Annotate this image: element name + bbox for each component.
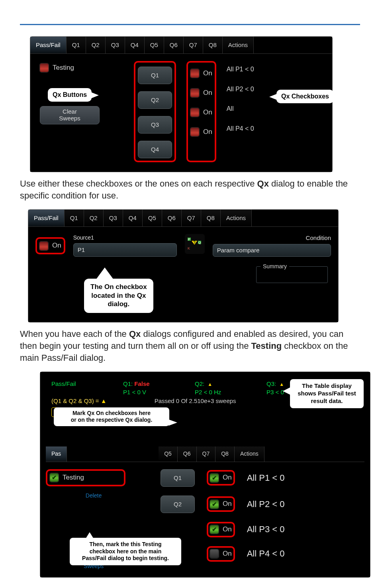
callout-qx-buttons: Qx Buttons	[48, 88, 92, 102]
q4-button[interactable]: Q4	[138, 141, 172, 158]
tab-q3[interactable]: Q3	[104, 210, 123, 226]
tab-actions[interactable]: Actions	[221, 210, 252, 226]
figure-qx-dialog-on-checkbox: Pass/Fail Q1 Q2 Q3 Q4 Q5 Q6 Q7 Q8 Action…	[28, 209, 339, 323]
figure-passfail-main-overview: Pass/Fail Q1 Q2 Q3 Q4 Q5 Q6 Q7 Q8 Action…	[30, 36, 333, 172]
delete-button-partial[interactable]: Delete	[46, 492, 141, 500]
figure-passfail-table-and-testing: The Table display shows Pass/Fail test r…	[40, 372, 370, 577]
passfail-tab-strip-2: Pass/Fail Q1 Q2 Q3 Q4 Q5 Q6 Q7 Q8 Action…	[28, 210, 338, 227]
testing-checkbox-highlight: ✔ Testing	[46, 469, 125, 486]
q3-on-checkbox[interactable]: On	[190, 108, 212, 117]
callout-mark-on-checkboxes: Mark Qx On checkboxes here or on the res…	[54, 407, 169, 426]
tab-passfail[interactable]: Pass/Fail	[28, 210, 65, 226]
warning-icon	[206, 380, 212, 387]
tab-q1[interactable]: Q1	[67, 37, 86, 53]
tab-q5[interactable]: Q5	[143, 210, 162, 226]
tab-passfail[interactable]: Pass/Fail	[30, 37, 67, 53]
tab-q6[interactable]: Q6	[164, 37, 184, 53]
summary-groupbox: Summary	[256, 266, 328, 283]
checkbox-icon	[210, 549, 219, 558]
checkbox-icon	[39, 242, 48, 250]
tab-q2[interactable]: Q2	[84, 210, 104, 226]
svg-text:?: ?	[193, 240, 196, 245]
q2-button[interactable]: Q2	[138, 91, 172, 109]
callout-on-checkbox-in-qx: The On checkbox located in the Qx dialog…	[84, 279, 153, 313]
source1-label: Source1	[73, 234, 177, 242]
paragraph-testing-checkbox: When you have each of the Qx dialogs con…	[20, 328, 360, 364]
q2-on-checkbox[interactable]: On	[190, 88, 212, 98]
qx-dialog-on-checkbox[interactable]: On	[39, 241, 61, 250]
svg-text:K: K	[188, 246, 190, 250]
checkbox-checked-icon: ✔	[210, 500, 219, 509]
q1-condition-text: All P1 < 0	[227, 65, 254, 74]
on-checkboxes-highlight: On On On On	[186, 61, 216, 162]
checkbox-checked-icon: ✔	[210, 474, 219, 482]
tab-q2[interactable]: Q2	[86, 37, 106, 53]
tab-q7[interactable]: Q7	[182, 210, 201, 226]
tab-q5[interactable]: Q5	[145, 37, 164, 53]
checkbox-icon	[190, 128, 199, 136]
q4-condition-text: All P4 < 0	[227, 124, 254, 133]
q2-condition-text: All P2 < 0	[247, 498, 285, 510]
svg-text:P: P	[188, 238, 190, 241]
tab-q7[interactable]: Q7	[184, 37, 203, 53]
q4-condition-text: All P4 < 0	[247, 548, 285, 560]
checkbox-checked-icon: ✔	[210, 525, 219, 534]
q-buttons-highlight: Q1 Q2 Q3 Q4	[134, 61, 176, 162]
checkbox-icon	[190, 88, 199, 97]
q1-condition-text: All P1 < 0	[247, 472, 285, 484]
testing-checkbox[interactable]: Testing	[40, 63, 123, 73]
tab-passfail[interactable]: Pas	[46, 446, 67, 462]
condition-selector[interactable]: Param compare	[213, 244, 331, 257]
q1-on-checkbox[interactable]: ✔On	[210, 473, 232, 482]
tab-actions[interactable]: Actions	[223, 37, 254, 53]
param-compare-icon: P ? Q K	[185, 234, 205, 254]
tab-q4[interactable]: Q4	[125, 37, 145, 53]
checkbox-icon	[40, 63, 49, 72]
testing-checkbox-on[interactable]: ✔ Testing	[50, 473, 84, 482]
tab-q3[interactable]: Q3	[106, 37, 125, 53]
tab-actions[interactable]: Actions	[235, 446, 264, 462]
page-divider	[20, 24, 360, 25]
source1-selector[interactable]: P1	[73, 243, 177, 257]
tab-q8[interactable]: Q8	[201, 210, 221, 226]
checkbox-icon	[190, 108, 199, 117]
tab-q5[interactable]: Q5	[159, 446, 178, 462]
passfail-label: Pass/Fail	[51, 380, 99, 388]
tab-q7[interactable]: Q7	[197, 446, 216, 462]
tab-q8[interactable]: Q8	[215, 446, 235, 462]
paragraph-checkboxes-usage: Use either these checkboxes or the ones …	[20, 178, 360, 201]
svg-text:Q: Q	[198, 241, 201, 244]
clear-sweeps-button[interactable]: Clear Sweeps	[40, 106, 100, 124]
q4-on-checkbox[interactable]: On	[210, 549, 232, 559]
q2-button[interactable]: Q2	[161, 496, 195, 513]
q3-condition-text: All P3 < 0	[247, 523, 285, 535]
q1-button[interactable]: Q1	[161, 469, 195, 487]
warning-icon	[278, 380, 284, 387]
q3-on-checkbox[interactable]: ✔On	[210, 525, 232, 534]
q3-condition-text: All	[227, 104, 254, 113]
q1-button[interactable]: Q1	[138, 67, 172, 84]
on-checkbox-highlight: On	[35, 237, 65, 254]
callout-qx-checkboxes: Qx Checkboxes	[276, 90, 334, 103]
tab-q1[interactable]: Q1	[65, 210, 84, 226]
callout-table-display: The Table display shows Pass/Fail test r…	[290, 379, 364, 408]
tab-q8[interactable]: Q8	[203, 37, 223, 53]
checkbox-icon	[190, 69, 199, 78]
passfail-tab-strip: Pass/Fail Q1 Q2 Q3 Q4 Q5 Q6 Q7 Q8 Action…	[30, 37, 332, 54]
checkbox-checked-icon: ✔	[50, 473, 59, 482]
tab-q6[interactable]: Q6	[162, 210, 182, 226]
tab-q6[interactable]: Q6	[178, 446, 197, 462]
condition-label: Condition	[213, 234, 331, 242]
q1-on-checkbox[interactable]: On	[190, 69, 212, 78]
q2-on-checkbox[interactable]: ✔On	[210, 500, 232, 509]
testing-checkbox-label: Testing	[53, 63, 74, 73]
q3-button[interactable]: Q3	[138, 116, 172, 134]
condition-texts: All P1 < 0 All P2 < 0 All All P4 < 0	[227, 61, 254, 162]
summary-label: Summary	[261, 263, 289, 270]
q4-on-checkbox[interactable]: On	[190, 128, 212, 137]
passfail-tab-strip-3: Pas Q5 Q6 Q7 Q8 Actions	[46, 446, 364, 462]
tab-q4[interactable]: Q4	[123, 210, 143, 226]
callout-begin-testing: Then, mark the this Testing checkbox her…	[70, 538, 181, 565]
q2-condition-text: All P2 < 0	[227, 85, 254, 94]
